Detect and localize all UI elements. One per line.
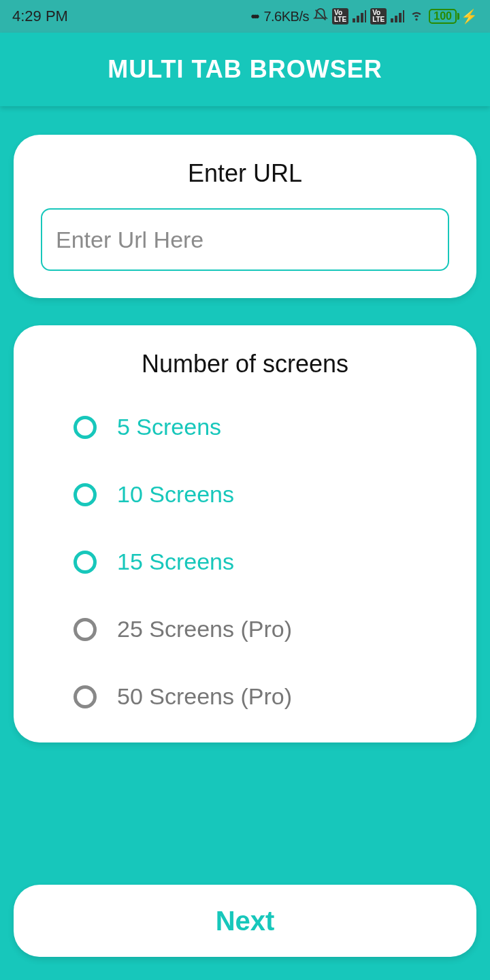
radio-icon <box>74 618 97 641</box>
screens-card-title: Number of screens <box>41 350 449 378</box>
radio-label: 25 Screens (Pro) <box>117 616 292 642</box>
radio-option[interactable]: 25 Screens (Pro) <box>74 616 449 642</box>
signal-icon <box>353 10 366 22</box>
radio-label: 15 Screens <box>117 549 234 575</box>
next-button[interactable]: Next <box>14 885 476 957</box>
radio-icon <box>74 551 97 574</box>
network-speed: 7.6KB/s <box>263 9 309 24</box>
wifi-icon <box>408 8 425 25</box>
radio-option[interactable]: 50 Screens (Pro) <box>74 683 449 710</box>
url-card: Enter URL <box>14 135 476 298</box>
status-bar: 4:29 PM ••• 7.6KB/s VoLTE VoLTE 100 ⚡ <box>0 0 490 33</box>
radio-icon <box>74 483 97 506</box>
mute-icon <box>313 7 328 26</box>
radio-label: 10 Screens <box>117 481 234 508</box>
app-title: MULTI TAB BROWSER <box>108 55 382 84</box>
volte-icon: VoLTE <box>332 8 348 24</box>
status-time: 4:29 PM <box>12 7 68 25</box>
signal-icon-2 <box>391 10 404 22</box>
radio-option[interactable]: 10 Screens <box>74 481 449 508</box>
battery-icon: 100 <box>429 9 457 24</box>
radio-label: 5 Screens <box>117 414 221 440</box>
screens-card: Number of screens 5 Screens10 Screens15 … <box>14 325 476 742</box>
status-right: ••• 7.6KB/s VoLTE VoLTE 100 ⚡ <box>250 7 478 26</box>
radio-label: 50 Screens (Pro) <box>117 683 292 710</box>
volte-icon-2: VoLTE <box>370 8 387 24</box>
url-card-title: Enter URL <box>41 159 449 188</box>
app-header: MULTI TAB BROWSER <box>0 33 490 106</box>
charging-icon: ⚡ <box>461 8 478 24</box>
url-input[interactable] <box>41 208 449 271</box>
radio-icon <box>74 685 97 708</box>
radio-option[interactable]: 5 Screens <box>74 414 449 440</box>
radio-icon <box>74 416 97 439</box>
radio-option[interactable]: 15 Screens <box>74 549 449 575</box>
